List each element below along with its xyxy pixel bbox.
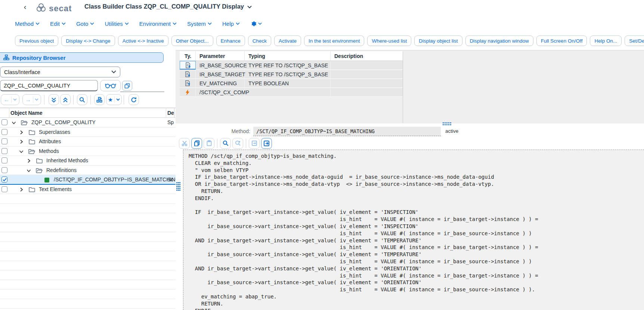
abap-code[interactable]: METHOD /sct/qp_if_comp_objtyp~is_base_ma… [183,150,644,310]
find-next-button[interactable] [232,138,243,149]
row-checkbox[interactable] [1,186,7,192]
object-name-input[interactable] [0,80,98,91]
row-checkbox[interactable] [1,177,7,182]
tree-row-redefinitions[interactable]: Redefinitions [0,166,176,175]
panel-splitter-handle[interactable] [176,182,180,194]
pretty-printer-button[interactable] [261,138,272,149]
chevron-right-icon[interactable] [19,187,24,192]
parameter-row-ev-matching[interactable]: EV_MATCHINGTYPE BOOLEAN [180,79,403,88]
toolbar-button-activate[interactable]: Activate [274,36,301,46]
cut-button[interactable] [179,138,190,149]
tree-row--sct-qp-if-comp-objtyp-is-base-matching[interactable]: /SCT/QP_IF_COMP_OBJTYP~IS_BASE_MATCHINGS… [0,175,176,185]
description-cell[interactable] [331,70,403,79]
back-icon[interactable]: ‹ [21,2,30,11]
row-checkbox[interactable] [1,119,7,125]
chevron-right-icon[interactable] [19,130,24,135]
chevron-right-icon[interactable] [19,139,24,144]
tree-row-label: Methods [39,148,59,154]
copy-window-button[interactable] [122,81,132,90]
toolbar-button-other-object-[interactable]: Other Object... [171,36,213,46]
parameter-row-ir-base-source[interactable]: IR_BASE_SOURCETYPE REF TO /SCT/QP_S_BASE [180,61,403,70]
chevron-down-icon[interactable] [11,120,16,125]
menu-goto[interactable]: Goto [76,21,95,27]
parameter-row--sct-qp-cx-comp[interactable]: /SCT/QP_CX_COMP [180,88,403,97]
column-header-typing[interactable]: Typing [245,51,331,61]
expand-all-button[interactable] [60,94,71,105]
navigate-back-button[interactable]: ← [1,94,19,105]
insert-pattern-button[interactable] [249,138,260,149]
parameter-name-cell[interactable]: IR_BASE_SOURCE [196,61,245,70]
favorites-button[interactable]: ★ [106,94,122,105]
typing-cell[interactable]: TYPE REF TO /SCT/QP_S_BASE [245,61,331,70]
menu-method[interactable]: Method [15,21,40,27]
navigate-forward-button[interactable]: → [22,94,41,105]
display-object-button[interactable] [100,80,121,91]
title-chevron-down-icon [247,6,252,9]
toolbar-button-full-screen-on-off[interactable]: Full Screen On/Off [536,36,587,46]
parameter-name-cell[interactable]: EV_MATCHING [196,79,245,88]
toolbar-button-display-navigation-window[interactable]: Display navigation window [465,36,533,46]
worklist-button[interactable] [94,94,105,105]
chevron-down-icon[interactable] [26,168,31,173]
abap-source-editor[interactable]: METHOD /sct/qp_if_comp_objtyp~is_base_ma… [183,150,644,310]
tree-row-attributes[interactable]: Attributes [0,137,176,147]
toolbar-button-check[interactable]: Check [248,36,271,46]
toolbar-button-display-change[interactable]: Display <-> Change [61,36,115,46]
find-button[interactable] [220,138,231,149]
tree-row-methods[interactable]: Methods [0,147,176,156]
toolbar-button-active-inactive[interactable]: Active <-> Inactive [118,36,168,46]
editor-toolbar [179,138,273,149]
row-checkbox[interactable] [1,138,7,144]
description-cell[interactable] [331,61,403,70]
toolbar-button-display-object-list[interactable]: Display object list [414,36,462,46]
column-header-ty[interactable]: Ty. [180,51,196,61]
secat-logo: secat [35,2,72,15]
description-cell[interactable] [331,88,403,96]
tree-empty-row [0,242,176,252]
description-cell[interactable] [331,79,403,88]
settings-gear-icon[interactable] [250,21,262,27]
paste-button[interactable] [204,138,214,149]
row-checkbox[interactable] [1,129,7,135]
page-title[interactable]: Class Builder Class ZQP_CL_COMP_QUALITY … [84,3,252,10]
copy-button[interactable] [191,138,202,149]
toolbar-button-where-used-list[interactable]: Where-used list [367,36,411,46]
search-button[interactable] [77,94,87,105]
collapse-all-button[interactable] [49,94,59,105]
toolbar-button-set-delete-session-breakpoint[interactable]: Set/Delete Session Breakpoint [625,36,644,46]
menu-help[interactable]: Help [222,21,240,27]
menu-edit[interactable]: Edit [50,21,66,27]
row-checkbox[interactable] [1,167,7,173]
parameter-row-ir-base-target[interactable]: IR_BASE_TARGETTYPE REF TO /SCT/QP_S_BASE [180,70,403,79]
typing-cell[interactable]: TYPE BOOLEAN [245,79,331,88]
repository-browser-button[interactable]: Repository Browser [0,52,164,63]
class-builder-window: ‹ secat Class Builder Class ZQP_CL_COMP_… [0,0,644,310]
column-header-parameter[interactable]: Parameter [196,51,245,61]
parameter-name-cell[interactable]: /SCT/QP_CX_COMP [196,88,245,96]
pane-splitter-handle[interactable] [442,121,453,128]
menu-utilities[interactable]: Utilities [105,21,129,27]
typing-cell[interactable] [245,88,331,96]
toolbar-button-enhance[interactable]: Enhance [216,36,245,46]
tree-row-zqp-cl-comp-quality[interactable]: ZQP_CL_COMP_QUALITYSp [0,118,176,128]
chevron-down-icon [35,98,38,101]
toolbar-button-previous-object[interactable]: Previous object [15,36,58,46]
tree-row-label: ZQP_CL_COMP_QUALITY [31,119,96,125]
row-checkbox[interactable] [1,157,7,163]
menu-environment[interactable]: Environment [139,21,177,27]
tree-row-text-elements[interactable]: Text Elements [0,185,176,194]
refresh-button[interactable] [129,94,139,105]
menu-system[interactable]: System [187,21,212,27]
tree-row-superclasses[interactable]: Superclasses [0,128,176,137]
row-checkbox[interactable] [1,148,7,154]
object-type-select[interactable]: Class/Interface [0,67,120,77]
chevron-down-icon[interactable] [19,149,24,154]
column-header-description[interactable]: Description [331,51,403,61]
toolbar-button-in-the-test-environment[interactable]: In the test environment [304,36,364,46]
typing-cell[interactable]: TYPE REF TO /SCT/QP_S_BASE [245,70,331,79]
tree-row-inherited-methods[interactable]: Inherited Methods [0,156,176,166]
method-name-field[interactable]: /SCT/QP_IF_COMP_OBJTYP~IS_BASE_MATCHING [253,127,441,136]
toolbar-button-help-on-[interactable]: Help On... [590,36,622,46]
parameter-name-cell[interactable]: IR_BASE_TARGET [196,70,245,79]
chevron-right-icon[interactable] [26,158,31,163]
